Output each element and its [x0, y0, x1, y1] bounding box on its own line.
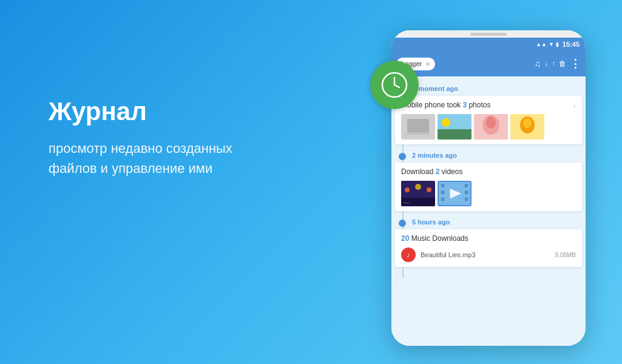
card-title-music: 20 Music Downloads [401, 234, 576, 243]
wifi-icon: ▼ [549, 41, 554, 47]
timeline: A moment ago Mobile phone took 3 photos … [391, 76, 586, 278]
timeline-card-photos[interactable]: Mobile phone took 3 photos › [395, 96, 582, 144]
card-title-prefix-2: Download [401, 167, 436, 176]
svg-rect-4 [407, 119, 429, 132]
svg-rect-28 [465, 198, 468, 201]
download-icon[interactable]: ↓ [544, 59, 548, 68]
timeline-dot-2 [399, 153, 406, 160]
card-title-photos: Mobile phone took 3 photos › [401, 101, 576, 109]
svg-rect-25 [441, 198, 445, 201]
svg-point-18 [415, 184, 421, 190]
svg-rect-7 [438, 129, 472, 140]
timeline-label-3: 5 hours ago [412, 216, 586, 226]
photo-thumb-3 [474, 114, 508, 140]
card-arrow-icon: › [573, 101, 576, 110]
svg-rect-26 [465, 184, 468, 187]
svg-rect-24 [441, 190, 445, 194]
left-panel: Журнал просмотр недавно созданных файлов… [49, 97, 279, 178]
svg-point-8 [442, 118, 450, 127]
app-toolbar: Logger × ♫ ↓ ↑ 🗑 ⋮ [391, 51, 586, 76]
card-title-suffix-3: Music Downloads [409, 234, 468, 243]
status-time: 15:45 [563, 41, 580, 48]
clock-icon [370, 61, 419, 109]
svg-rect-5 [406, 132, 430, 135]
phone-speaker [470, 33, 507, 36]
page-heading: Журнал [49, 97, 279, 126]
timeline-card-music[interactable]: 20 Music Downloads ♪ Beautiful Lies.mp3 … [395, 229, 582, 267]
card-title-suffix-2: videos [439, 167, 462, 176]
svg-point-11 [486, 116, 496, 129]
svg-text:evo: evo [404, 201, 410, 204]
svg-line-2 [394, 85, 399, 87]
video-thumb-concert: evo [401, 181, 435, 206]
svg-point-19 [427, 187, 431, 192]
music-item: ♪ Beautiful Lies.mp3 9.08MB [401, 248, 576, 262]
svg-rect-27 [465, 190, 468, 194]
video-thumb-placeholder [438, 181, 472, 206]
music-file-icon: ♪ [401, 248, 416, 262]
music-filesize: 9.08MB [555, 252, 576, 258]
phone-content: A moment ago Mobile phone took 3 photos … [391, 76, 586, 346]
card-title-videos: Download 2 videos [401, 167, 576, 176]
photo-thumb-2 [438, 114, 472, 140]
photo-strip [401, 114, 576, 140]
svg-point-14 [523, 118, 532, 128]
chip-close-icon[interactable]: × [425, 59, 430, 69]
upload-icon[interactable]: ↑ [552, 59, 555, 68]
timeline-label-2: 2 minutes ago [412, 149, 586, 159]
timeline-section-1: A moment ago Mobile phone took 3 photos … [391, 83, 586, 144]
timeline-card-videos[interactable]: Download 2 videos [395, 163, 582, 211]
phone-frame: ▲▲ ▼ ▮ 15:45 Logger × ♫ ↓ ↑ 🗑 ⋮ [391, 30, 586, 346]
timeline-dot-3 [399, 220, 406, 227]
battery-icon: ▮ [556, 41, 559, 47]
status-bar: ▲▲ ▼ ▮ 15:45 [391, 38, 586, 51]
timeline-section-2: 2 minutes ago Download 2 videos [391, 149, 586, 211]
phone-top-bar [391, 30, 586, 38]
status-icons: ▲▲ ▼ ▮ [536, 41, 559, 47]
delete-icon[interactable]: 🗑 [559, 59, 566, 68]
photo-thumb-1 [401, 114, 435, 140]
phone-mockup: ▲▲ ▼ ▮ 15:45 Logger × ♫ ↓ ↑ 🗑 ⋮ [391, 30, 586, 346]
card-title-suffix-1: photos [467, 101, 490, 109]
timeline-section-3: 5 hours ago 20 Music Downloads ♪ Beautif… [391, 216, 586, 267]
timeline-label-1: A moment ago [412, 83, 586, 92]
page-description: просмотр недавно созданных файлов и упра… [49, 138, 279, 178]
photo-thumb-4 [510, 114, 544, 140]
video-strip: evo [401, 181, 576, 206]
toolbar-menu-icon[interactable]: ⋮ [570, 57, 581, 70]
signal-icon: ▲▲ [536, 41, 547, 47]
svg-rect-23 [441, 184, 445, 187]
music-filename: Beautiful Lies.mp3 [421, 251, 550, 258]
music-icon[interactable]: ♫ [535, 59, 541, 69]
card-highlight-3: 20 [401, 234, 409, 243]
toolbar-icons: ♫ ↓ ↑ 🗑 [535, 59, 567, 69]
svg-point-17 [405, 187, 410, 192]
